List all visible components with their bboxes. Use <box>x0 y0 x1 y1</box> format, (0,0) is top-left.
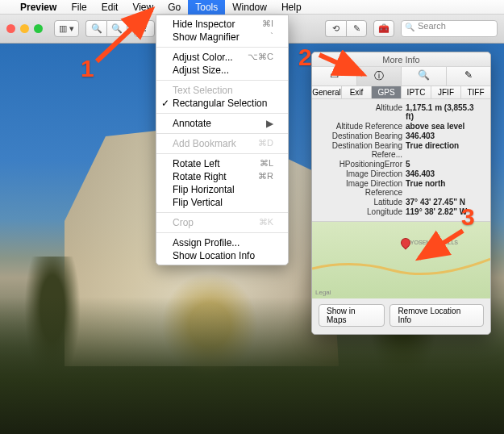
show-in-maps-button[interactable]: Show in Maps <box>319 304 385 327</box>
remove-location-info-button[interactable]: Remove Location Info <box>389 304 484 327</box>
tab-general[interactable]: General <box>312 86 342 98</box>
fullscreen-window-button[interactable] <box>34 24 43 33</box>
inspector-map[interactable]: YOSEMITE FALLS Legal <box>312 221 490 298</box>
menu-file[interactable]: File <box>64 0 94 15</box>
menu-adjust-color[interactable]: Adjust Color...⌥⌘C <box>156 51 288 64</box>
inspector-panel: More Info ▭ ⓘ 🔍 ✎ General Exif GPS IPTC … <box>311 52 491 335</box>
annotation-number-1: 1 <box>81 55 94 82</box>
inspector-seg-general-icon[interactable]: ▭ <box>312 67 357 86</box>
inspector-seg-info-icon[interactable]: ⓘ <box>357 67 402 86</box>
menu-flip-vertical[interactable]: Flip Vertical <box>156 196 288 209</box>
menu-crop: Crop⌘K <box>156 216 288 229</box>
window-controls <box>6 24 43 33</box>
menu-rotate-right[interactable]: Rotate Right⌘R <box>156 170 288 183</box>
tab-iptc[interactable]: IPTC <box>402 86 431 98</box>
menu-hide-inspector[interactable]: Hide Inspector⌘I <box>156 18 288 31</box>
menu-view[interactable]: View <box>125 0 160 15</box>
app-menu[interactable]: Preview <box>13 0 64 15</box>
markup-button[interactable]: ✎ <box>346 20 367 37</box>
zoom-out-button[interactable]: 🔍 <box>85 20 106 37</box>
menu-text-selection: Text Selection <box>156 84 288 97</box>
minimize-window-button[interactable] <box>20 24 29 33</box>
menu-flip-horizontal[interactable]: Flip Horizontal <box>156 183 288 196</box>
inspector-tabs: General Exif GPS IPTC JFIF TIFF <box>312 86 490 99</box>
rotate-group: ⟲ ✎ <box>325 20 367 37</box>
tab-tiff[interactable]: TIFF <box>461 86 490 98</box>
annotation-number-2: 2 <box>298 44 312 71</box>
inspector-title: More Info <box>312 52 490 67</box>
tools-menu-dropdown: Hide Inspector⌘I Show Magnifier` Adjust … <box>156 15 289 265</box>
menu-go[interactable]: Go <box>160 0 188 15</box>
menu-bar: Preview File Edit View Go Tools Window H… <box>0 0 504 15</box>
zoom-group: 🔍 🔍 <box>85 20 127 37</box>
tab-gps[interactable]: GPS <box>372 86 402 98</box>
sidebar-view-button[interactable]: ▥ ▾ <box>54 20 79 37</box>
map-legal-link[interactable]: Legal <box>315 289 331 296</box>
menu-window[interactable]: Window <box>225 0 274 15</box>
toolbox-button[interactable]: 🧰 <box>373 20 394 37</box>
menu-annotate[interactable]: Annotate▶ <box>156 117 288 130</box>
menu-rectangular-selection[interactable]: Rectangular Selection <box>156 97 288 110</box>
inspector-seg-edit-icon[interactable]: ✎ <box>447 67 491 86</box>
menu-assign-profile[interactable]: Assign Profile... <box>156 236 288 249</box>
menu-show-magnifier[interactable]: Show Magnifier` <box>156 31 288 44</box>
close-window-button[interactable] <box>6 24 15 33</box>
menu-show-location-info[interactable]: Show Location Info <box>156 249 288 262</box>
rotate-button[interactable]: ⟲ <box>325 20 346 37</box>
map-place-label: YOSEMITE FALLS <box>410 240 458 245</box>
menu-rotate-left[interactable]: Rotate Left⌘L <box>156 157 288 170</box>
search-input[interactable]: Search <box>401 20 498 37</box>
zoom-in-button[interactable]: 🔍 <box>106 20 127 37</box>
annotation-number-3: 3 <box>461 203 475 231</box>
menu-adjust-size[interactable]: Adjust Size... <box>156 64 288 77</box>
inspector-mode-segments: ▭ ⓘ 🔍 ✎ <box>312 67 490 86</box>
share-button[interactable]: ⇪ <box>134 20 155 37</box>
tab-jfif[interactable]: JFIF <box>431 86 461 98</box>
menu-edit[interactable]: Edit <box>94 0 126 15</box>
menu-add-bookmark: Add Bookmark⌘D <box>156 137 288 150</box>
menu-help[interactable]: Help <box>274 0 309 15</box>
tab-exif[interactable]: Exif <box>342 86 372 98</box>
menu-tools[interactable]: Tools <box>188 0 225 15</box>
inspector-seg-search-icon[interactable]: 🔍 <box>402 67 447 86</box>
